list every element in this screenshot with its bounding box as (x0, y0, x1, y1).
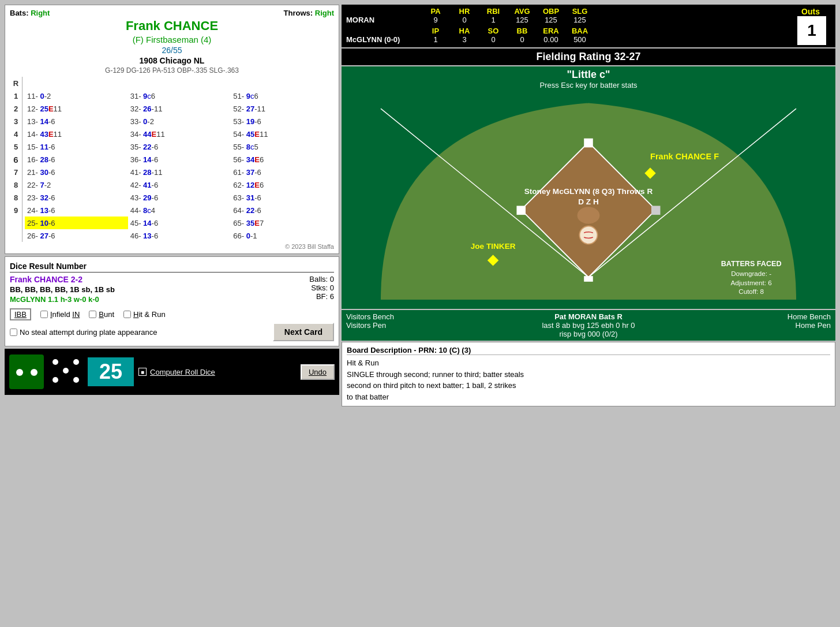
player-stats: G-129 DG-126 PA-513 OBP-.335 SLG-.363 (10, 66, 334, 74)
green-die-svg (11, 356, 43, 388)
r22: 22- 7 - 2 (25, 178, 128, 191)
r52: 52- 27- 11 (231, 102, 334, 115)
home-bench-section: Home Bench Home Pen (767, 312, 831, 330)
roll-checkbox[interactable] (138, 368, 147, 376)
row-num-2: 1 (10, 89, 22, 102)
throws-value: Right (315, 9, 334, 17)
no-steal-row: No steal attempt during plate appearance… (10, 323, 334, 341)
bunt-label: Bunt (99, 310, 114, 319)
svg-point-1 (16, 369, 23, 376)
r56: 56- 34E6 (231, 153, 334, 166)
player-position: (F) Firstbaseman (4) (10, 35, 334, 44)
computer-roll-label: Computer Roll Dice (150, 368, 215, 376)
no-steal-label: No steal attempt during plate appearance (20, 328, 158, 337)
row-numbers: R 1 2 3 4 5 6 7 8 8 9 (10, 77, 22, 242)
card-header: Bats: Right Throws: Right (10, 9, 334, 17)
r21: 21- 30 - 6 (25, 166, 128, 178)
r61: 61- 37 - 6 (231, 166, 334, 178)
result-header-3 (231, 77, 334, 89)
throws-label: Throws: Right (284, 9, 334, 17)
stks-row: Stks: 0 (309, 283, 334, 292)
balls-row: Balls: 0 (309, 275, 334, 283)
r53: 53- 19 - 6 (231, 115, 334, 128)
r44: 44- 8c4 (128, 204, 231, 217)
batter-center-info: Pat MORAN Bats R last 8 ab bvg 125 ebh 0… (414, 312, 763, 338)
ibb-button[interactable]: IBB (10, 308, 31, 320)
r25: 25- 10 - 6 (25, 217, 128, 229)
hit-run-checkbox[interactable] (123, 311, 131, 318)
hit-run-label: Hit & Run (133, 310, 166, 319)
row-num-9: 8 (10, 178, 22, 191)
svg-point-20 (579, 226, 597, 244)
results-columns: 11- 0 - 2 12- 25E 11 13- 14 - 6 14- 43E … (25, 77, 334, 242)
no-steal-checkbox[interactable] (10, 329, 17, 336)
moran-row: MORAN 9 0 1 125 125 125 (346, 16, 790, 24)
board-desc-title: Board Description - PRN: 10 (C) (3) (347, 346, 830, 355)
batters-faced-label: BATTERS FACED (721, 260, 782, 268)
home-bench-label: Home Bench (767, 312, 831, 321)
sb-obp-header: OBP (537, 7, 565, 16)
right-panel: PA HR RBI AVG OBP SLG MORAN 9 0 1 125 12… (342, 5, 835, 622)
r31: 31- 9c6 (128, 89, 231, 102)
r43: 43- 29 - 6 (128, 191, 231, 204)
svg-point-5 (73, 359, 79, 365)
board-desc-line3: second on third pitch to next batter; 1 … (347, 380, 830, 391)
visitors-bench-label: Visitors Bench (346, 312, 410, 321)
infield-in-option[interactable]: Infield IN (40, 310, 80, 319)
next-card-button[interactable]: Next Card (273, 323, 334, 341)
no-steal-option[interactable]: No steal attempt during plate appearance (10, 328, 158, 337)
mcglynn-ha: 3 (450, 35, 479, 44)
sb-baa-header: BAA (565, 27, 594, 35)
moran-pa: 9 (421, 16, 450, 24)
hit-run-option[interactable]: Hit & Run (123, 310, 166, 319)
results-col-2: 31- 9c6 32- 26- 11 33- 0 - 2 34- 44E 11 … (128, 77, 231, 242)
infield-in-checkbox[interactable] (40, 311, 48, 318)
sb-avg-header: AVG (508, 7, 537, 16)
dice-result-title: Dice Result Number (10, 262, 334, 273)
row-num-3: 2 (10, 102, 22, 115)
dice-result-section: Dice Result Number Frank CHANCE 2-2 BB, … (5, 256, 339, 346)
svg-point-2 (31, 369, 38, 376)
bunt-option[interactable]: Bunt (89, 310, 114, 319)
moran-obp: 125 (537, 16, 565, 24)
row-num-10: 8 (10, 191, 22, 204)
r66: 66- 0 - 1 (231, 229, 334, 242)
mcglynn-ip: 1 (421, 35, 450, 44)
balls-val: 0 (330, 275, 334, 283)
mcglynn-row: McGLYNN (0-0) 1 3 0 0 0.00 500 (346, 35, 790, 44)
bats-label: Bats: Right (10, 9, 50, 17)
r24: 24- 13 - 6 (25, 204, 128, 217)
r42: 42- 41 - 6 (128, 178, 231, 191)
board-description-section: Board Description - PRN: 10 (C) (3) Hit … (342, 342, 835, 406)
r33: 33- 0 - 2 (128, 115, 231, 128)
board-desc-line1: Hit & Run (347, 357, 830, 369)
dice-number-display: 25 (88, 357, 134, 386)
sb-ip-header: IP (421, 27, 450, 35)
r41: 41- 28 - 11 (128, 166, 231, 178)
batter-info-label: Pat MORAN Bats R (554, 312, 622, 321)
r11: 11- 0 - 2 (25, 89, 128, 102)
r12: 12- 25E 11 (25, 102, 128, 115)
undo-button[interactable]: Undo (301, 364, 335, 380)
r14: 14- 43E 11 (25, 128, 128, 140)
mcglynn-name: McGLYNN (0-0) (346, 35, 421, 44)
svg-rect-18 (584, 139, 593, 148)
bunt-checkbox[interactable] (89, 311, 96, 318)
moran-hr: 0 (450, 16, 479, 24)
field-svg: Frank CHANCE F Joe TINKER Stoney McGLYNN… (342, 92, 835, 300)
svg-rect-19 (651, 206, 661, 215)
player-team: 1908 Chicago NL (10, 56, 334, 65)
results-col-3: 51- 9c6 52- 27- 11 53- 19 - 6 54- 45E 11… (231, 77, 334, 242)
field-container: "Little c" Press Esc key for batter stat… (342, 66, 835, 309)
row-num-11: 9 (10, 204, 22, 217)
r63: 63- 31 - 6 (231, 191, 334, 204)
mcglynn-era: 0.00 (537, 35, 565, 44)
mcglynn-baa: 500 (565, 35, 594, 44)
bats-value: Right (31, 9, 50, 17)
sb-so-header: SO (479, 27, 508, 35)
bottom-bench-info: Visitors Bench Visitors Pen Pat MORAN Ba… (342, 310, 835, 341)
dice-pitcher: McGLYNN 1.1 h-3 w-0 k-0 (10, 295, 115, 304)
sb-pa-header: PA (421, 7, 450, 16)
row-num-12 (10, 217, 22, 229)
row-num-4: 3 (10, 115, 22, 128)
